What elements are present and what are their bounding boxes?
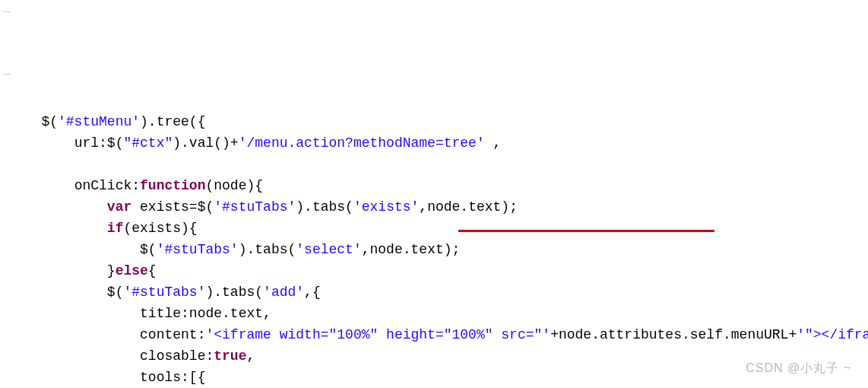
line-11: content:'<iframe width="100%" height="10… (17, 327, 868, 342)
line-8: }else{ (17, 263, 157, 278)
gutter-mark-icon (3, 11, 11, 12)
line-13: tools:[{ (17, 370, 205, 385)
watermark: CSDN @小丸子 ~ (746, 358, 851, 379)
line-4: onClick:function(node){ (17, 178, 263, 193)
code-block: $('#stuMenu').tree({ url:$("#ctx").val()… (0, 90, 868, 388)
line-9: $('#stuTabs').tabs('add',{ (17, 285, 321, 300)
gutter-mark-icon (3, 74, 11, 75)
line-2: url:$("#ctx").val()+'/menu.action?method… (17, 135, 501, 151)
line-12: closable:true, (17, 348, 255, 364)
line-6: if(exists){ (17, 221, 198, 236)
line-7: $('#stuTabs').tabs('select',node.text); (17, 242, 460, 257)
line-1: $('#stuMenu').tree({ (17, 114, 205, 129)
line-10: title:node.text, (17, 306, 271, 321)
line-5: var exists=$('#stuTabs').tabs('exists',n… (17, 199, 518, 215)
red-underline-annotation (458, 231, 714, 232)
